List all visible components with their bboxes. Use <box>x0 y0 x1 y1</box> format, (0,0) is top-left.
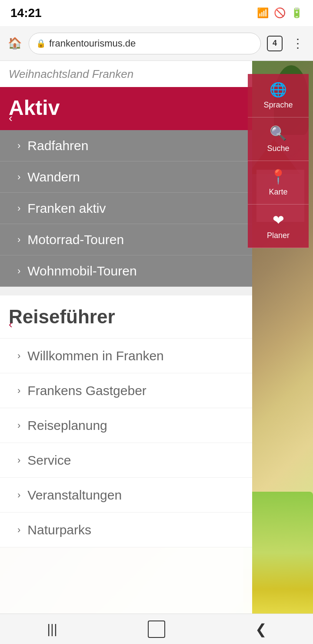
menu-item-radfahren[interactable]: › Radfahren <box>0 130 252 161</box>
bullet-icon: › <box>17 265 20 277</box>
nav-tabs-button[interactable]: ||| <box>30 616 74 642</box>
karte-button[interactable]: 📍 Karte <box>248 161 309 205</box>
menu-item-motorrad[interactable]: › Motorrad-Touren <box>0 224 252 255</box>
main-content: 🌐 Sprache 🔍 Suche 📍 Karte ❤ Planer Weihn… <box>0 61 313 614</box>
menu-item-wohnmobil[interactable]: › Wohnmobil-Touren <box>0 255 252 287</box>
menu-item-label: Radfahren <box>27 138 88 153</box>
heart-icon: ❤ <box>273 212 284 228</box>
bullet-icon: › <box>17 203 20 214</box>
menu-item-reiseplanung[interactable]: › Reiseplanung <box>0 408 252 443</box>
battery-icon: 🔋 <box>291 7 303 19</box>
reisefuehrer-arrow-icon: ‹ <box>9 318 13 331</box>
aktiv-arrow-icon: ‹ <box>9 111 13 125</box>
browser-bar: 🏠 🔒 frankentourismus.de 4 ⋮ <box>0 26 313 61</box>
menu-item-willkommen[interactable]: › Willkommen in Franken <box>0 339 252 373</box>
bullet-icon: › <box>17 420 20 431</box>
bullet-icon: › <box>17 490 20 501</box>
menu-section-spacer <box>0 287 252 295</box>
tabs-count: 4 <box>267 36 283 51</box>
menu-item-label: Franken aktiv <box>27 201 106 216</box>
menu-item-label: Frankens Gastgeber <box>27 383 146 398</box>
karte-label: Karte <box>269 188 287 197</box>
wifi-icon: 📶 <box>257 7 269 19</box>
sprache-label: Sprache <box>263 101 293 110</box>
bullet-icon: › <box>17 234 20 245</box>
map-pin-icon: 📍 <box>270 168 287 185</box>
bullet-icon: › <box>17 171 20 183</box>
status-time: 14:21 <box>10 6 42 20</box>
menu-item-label: Wandern <box>27 170 80 184</box>
reisefuehrer-menu-items: › Willkommen in Franken › Frankens Gastg… <box>0 339 252 547</box>
menu-item-franken-aktiv[interactable]: › Franken aktiv <box>0 193 252 224</box>
menu-item-label: Service <box>27 453 71 468</box>
menu-item-wandern[interactable]: › Wandern <box>0 161 252 193</box>
menu-top-partial[interactable]: Weihnachtsland Franken <box>0 61 252 87</box>
globe-icon: 🌐 <box>270 81 287 98</box>
menu-item-veranstaltungen[interactable]: › Veranstaltungen <box>0 478 252 513</box>
url-text: frankentourismus.de <box>49 38 136 49</box>
bullet-icon: › <box>17 350 20 362</box>
home-icon: 🏠 <box>8 37 22 50</box>
aktiv-menu-items: › Radfahren › Wandern › Franken aktiv › … <box>0 130 252 287</box>
suche-button[interactable]: 🔍 Suche <box>248 117 309 161</box>
browser-menu-button[interactable]: ⋮ <box>289 34 308 53</box>
menu-item-gastgeber[interactable]: › Frankens Gastgeber <box>0 373 252 408</box>
status-bar: 14:21 📶 🚫 🔋 <box>0 0 313 26</box>
home-button[interactable]: 🏠 <box>5 34 24 53</box>
menu-item-label: Naturparks <box>27 523 91 537</box>
aktiv-title: Aktiv <box>9 96 243 120</box>
bullet-icon: › <box>17 524 20 536</box>
flowers-shape <box>243 492 313 614</box>
sprache-button[interactable]: 🌐 Sprache <box>248 74 309 117</box>
search-icon: 🔍 <box>270 125 287 141</box>
signal-icon: 🚫 <box>274 7 286 19</box>
menu-item-label: Willkommen in Franken <box>27 349 163 363</box>
menu-item-label: Wohnmobil-Touren <box>27 264 137 278</box>
reisefuehrer-title: Reiseführer <box>9 306 243 328</box>
nav-tabs-icon: ||| <box>47 622 57 637</box>
menu-item-label: Motorrad-Touren <box>27 232 124 247</box>
floating-action-buttons: 🌐 Sprache 🔍 Suche 📍 Karte ❤ Planer <box>248 74 313 248</box>
planer-label: Planer <box>267 231 290 240</box>
nav-home-button[interactable] <box>135 616 178 642</box>
menu-item-label: Reiseplanung <box>27 418 107 433</box>
status-icons: 📶 🚫 🔋 <box>257 7 303 19</box>
navigation-menu: Weihnachtsland Franken Aktiv ‹ › Radfahr… <box>0 61 252 614</box>
nav-home-icon <box>148 621 165 638</box>
nav-back-button[interactable]: ❮ <box>239 616 283 642</box>
nav-back-icon: ❮ <box>255 621 267 637</box>
aktiv-section-header[interactable]: Aktiv ‹ <box>0 87 252 130</box>
nav-bar: ||| ❮ <box>0 614 313 644</box>
menu-top-partial-text: Weihnachtsland Franken <box>9 67 133 81</box>
menu-item-label: Veranstaltungen <box>27 488 122 503</box>
planer-button[interactable]: ❤ Planer <box>248 205 309 248</box>
menu-item-naturparks[interactable]: › Naturparks <box>0 513 252 547</box>
url-bar[interactable]: 🔒 frankentourismus.de <box>29 33 261 54</box>
menu-item-service[interactable]: › Service <box>0 443 252 478</box>
suche-label: Suche <box>267 144 289 153</box>
tabs-button[interactable]: 4 <box>265 34 284 53</box>
bullet-icon: › <box>17 455 20 466</box>
reisefuehrer-section-header[interactable]: Reiseführer ‹ <box>0 295 252 339</box>
lock-icon: 🔒 <box>36 39 46 48</box>
bullet-icon: › <box>17 385 20 396</box>
bullet-icon: › <box>17 140 20 151</box>
